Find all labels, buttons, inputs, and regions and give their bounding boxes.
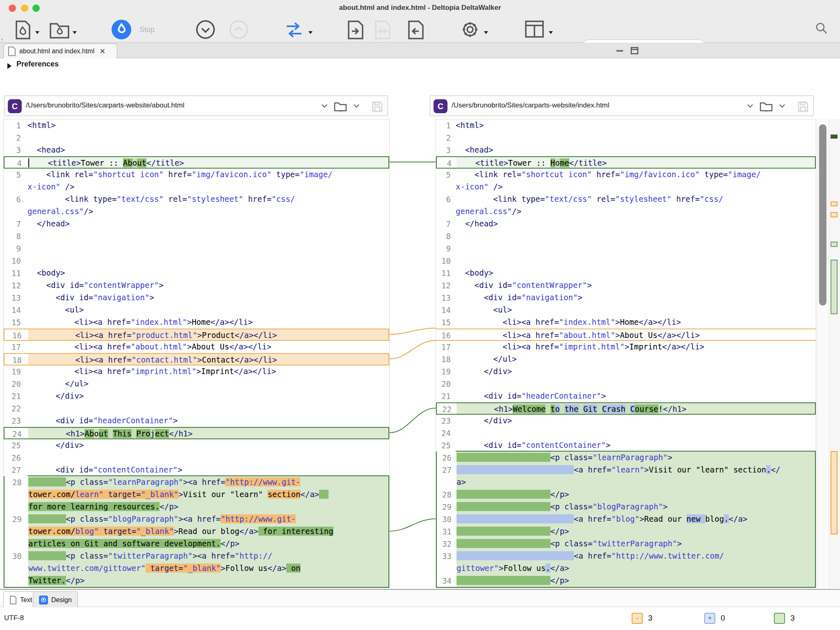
code-text[interactable]: <p class="twitterParagraph">: [457, 538, 815, 550]
code-row[interactable]: 28 <p class="learnParagraph"><a href="ht…: [5, 476, 388, 488]
code-text[interactable]: </div>: [456, 365, 816, 378]
code-text[interactable]: </ul>: [456, 353, 816, 365]
code-text[interactable]: <div id="contentWrapper">: [456, 279, 816, 292]
code-text[interactable]: tower.com/blog" target="_blank">Read our…: [28, 525, 388, 538]
preferences-label[interactable]: Preferences: [16, 60, 59, 68]
overview-marker-deleted[interactable]: [831, 212, 838, 217]
code-row[interactable]: general.css"/>: [4, 205, 389, 218]
code-row[interactable]: 19 </div>: [436, 365, 816, 378]
overview-marker-changed[interactable]: [831, 135, 838, 139]
disclosure-triangle-icon[interactable]: [7, 63, 11, 69]
code-row[interactable]: 22: [4, 402, 389, 415]
vertical-scrollbar-thumb[interactable]: [819, 124, 826, 306]
tab-design-view[interactable]: ⦿ Design: [33, 591, 78, 608]
overview-marker-changed-block[interactable]: [831, 260, 838, 314]
code-row[interactable]: 12 <div id="contentWrapper">: [4, 279, 389, 292]
code-row[interactable]: 23 </div>: [436, 415, 816, 427]
code-text[interactable]: general.css"/>: [456, 205, 816, 218]
code-text[interactable]: </p>: [457, 575, 815, 587]
overview-marker-deleted-block[interactable]: [831, 451, 838, 534]
code-row[interactable]: tower.com/learn" target="_blank">Visit o…: [5, 488, 388, 501]
code-row[interactable]: 10: [4, 255, 389, 267]
code-row[interactable]: 20 </ul>: [4, 378, 389, 390]
code-text[interactable]: <a href="http://www.twitter.com/: [457, 550, 815, 562]
code-row[interactable]: 13 <div id="navigation">: [436, 292, 816, 304]
layout-dropdown[interactable]: [549, 31, 553, 34]
code-row[interactable]: 25 </div>: [4, 439, 389, 452]
code-text[interactable]: <a href="blog">Read our new blog.</a>: [457, 513, 815, 525]
folder-chevron-icon[interactable]: [352, 101, 361, 111]
copy-to-right-button[interactable]: [347, 20, 364, 40]
code-row[interactable]: 15 <li><a href="index.html">Home</a></li…: [436, 316, 816, 329]
compare-files-button[interactable]: [13, 20, 32, 40]
code-text[interactable]: <li><a href="about.html">About Us</a></l…: [27, 341, 389, 353]
compare-folders-dropdown[interactable]: [73, 31, 77, 34]
code-row[interactable]: 29 <p class="blogParagraph"><a href="htt…: [5, 513, 388, 525]
code-text[interactable]: [456, 378, 816, 390]
code-row[interactable]: 9: [436, 242, 816, 255]
code-text[interactable]: <li><a href="product.html">Product</a></…: [28, 329, 388, 340]
code-text[interactable]: </div>: [27, 439, 389, 452]
code-text[interactable]: [27, 452, 389, 464]
code-row[interactable]: 13 <div id="navigation">: [4, 292, 389, 304]
code-row[interactable]: general.css"/>: [436, 205, 816, 218]
code-row[interactable]: 4 <title>Tower :: About</title>: [4, 156, 389, 169]
code-row[interactable]: x-icon" />: [436, 181, 816, 193]
code-row[interactable]: 16 <li><a href="about.html">About Us</a>…: [436, 329, 816, 341]
code-row[interactable]: 26 <p class="learnParagraph">: [437, 452, 815, 464]
code-text[interactable]: <link rel="shortcut icon" href="img/favi…: [27, 169, 389, 181]
code-row[interactable]: 17 <li><a href="imprint.html">Imprint</a…: [436, 341, 816, 353]
code-text[interactable]: </div>: [27, 390, 389, 402]
code-text[interactable]: <body>: [27, 267, 389, 279]
code-row[interactable]: 27 <a href="learn">Visit our "learn" sec…: [437, 464, 815, 476]
code-row[interactable]: 22 <h1>Welcome to the Git Crash Course!<…: [436, 402, 816, 415]
code-row[interactable]: 8: [4, 230, 389, 242]
code-row[interactable]: 19 <li><a href="imprint.html">Imprint</a…: [4, 365, 389, 378]
code-text[interactable]: <p class="learnParagraph">: [457, 452, 815, 464]
code-row[interactable]: 27 <div id="contentContainer">: [4, 464, 389, 476]
code-text[interactable]: <li><a href="about.html">About Us</a></l…: [456, 329, 816, 340]
code-row[interactable]: 29 <p class="blogParagraph">: [437, 501, 815, 513]
code-text[interactable]: <link rel="shortcut icon" href="img/favi…: [456, 169, 816, 181]
code-text[interactable]: <title>Tower :: Home</title>: [457, 157, 815, 168]
code-row[interactable]: 15 <li><a href="index.html">Home</a></li…: [4, 316, 389, 329]
code-text[interactable]: Twitter.</p>: [28, 575, 388, 587]
code-text[interactable]: <li><a href="contact.html">Contact</a></…: [28, 354, 388, 365]
code-text[interactable]: <li><a href="imprint.html">Imprint</a></…: [456, 341, 816, 353]
code-text[interactable]: <link type="text/css" rel="stylesheet" h…: [27, 193, 389, 205]
code-text[interactable]: <div id="contentContainer">: [456, 439, 816, 452]
code-text[interactable]: tower.com/learn" target="_blank">Visit o…: [28, 488, 388, 501]
tab-close-icon[interactable]: ✕: [99, 47, 105, 56]
code-text[interactable]: [27, 402, 389, 415]
code-text[interactable]: <html>: [456, 119, 816, 132]
code-text[interactable]: </head>: [456, 218, 816, 230]
code-row[interactable]: 31 </p>: [437, 525, 815, 538]
right-code-pane[interactable]: 1<html>23 <head>4 <title>Tower :: Home</…: [436, 119, 816, 588]
code-row[interactable]: 5 <link rel="shortcut icon" href="img/fa…: [4, 169, 389, 181]
code-row[interactable]: Twitter.</p>: [5, 575, 388, 587]
swap-sides-button[interactable]: [285, 21, 303, 38]
code-row[interactable]: 8: [436, 230, 816, 242]
right-file-path-bar[interactable]: C /Users/brunobrito/Sites/carparts-websi…: [430, 96, 814, 116]
code-text[interactable]: <li><a href="index.html">Home</a></li>: [27, 316, 389, 329]
code-row[interactable]: 9: [4, 242, 389, 255]
code-row[interactable]: 24: [436, 427, 816, 439]
code-row[interactable]: 2: [4, 132, 389, 144]
code-text[interactable]: [27, 242, 389, 255]
code-row[interactable]: 16 <li><a href="product.html">Product</a…: [4, 329, 389, 341]
code-text[interactable]: x-icon" />: [27, 181, 389, 193]
folder-chevron-icon[interactable]: [777, 101, 787, 111]
code-text[interactable]: for more learning resources.</p>: [28, 501, 388, 513]
code-text[interactable]: <ul>: [27, 304, 389, 316]
left-code-pane[interactable]: 1<html>23 <head>4 <title>Tower :: About<…: [3, 119, 390, 588]
deltawalker-refresh-icon[interactable]: [111, 19, 132, 40]
code-text[interactable]: </div>: [456, 415, 816, 427]
code-text[interactable]: <li><a href="imprint.html">Imprint</a></…: [27, 365, 389, 378]
code-row[interactable]: 5 <link rel="shortcut icon" href="img/fa…: [436, 169, 816, 181]
browse-folder-icon[interactable]: [333, 101, 347, 112]
code-text[interactable]: <h1>Welcome to the Git Crash Course!</h1…: [457, 403, 815, 414]
diff-overview-ruler[interactable]: [829, 119, 840, 588]
next-change-button[interactable]: [196, 20, 215, 39]
code-row[interactable]: 12 <div id="contentWrapper">: [436, 279, 816, 292]
code-row[interactable]: 3 <head>: [436, 144, 816, 156]
